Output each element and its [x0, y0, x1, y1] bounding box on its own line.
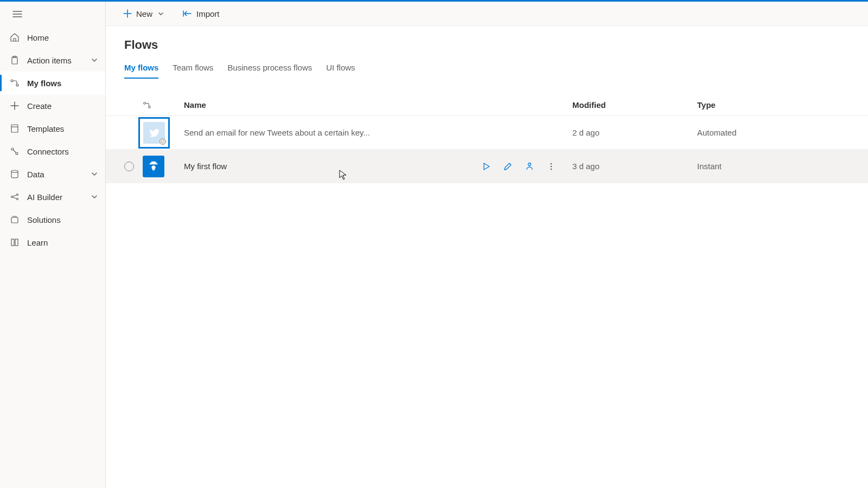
hamburger-icon [12, 9, 22, 19]
more-button[interactable] [545, 160, 557, 172]
col-type[interactable]: Type [697, 100, 868, 110]
plus-icon [10, 101, 20, 111]
row-icon-cell [138, 117, 182, 149]
sidebar-item-action-items[interactable]: Action items [0, 49, 105, 72]
svg-point-18 [551, 163, 552, 164]
col-modified[interactable]: Modified [572, 100, 697, 110]
hamburger-button[interactable] [10, 7, 25, 22]
row-icon-cell [138, 156, 182, 177]
sidebar-item-label: Solutions [27, 215, 61, 224]
table-row[interactable]: Send an email for new Tweets about a cer… [106, 116, 868, 150]
sidebar-item-create[interactable]: Create [0, 94, 105, 117]
svg-point-17 [528, 163, 531, 165]
instant-flow-icon [143, 156, 164, 177]
tab-my-flows[interactable]: My flows [124, 60, 158, 79]
flow-modified: 3 d ago [572, 162, 697, 171]
sidebar-item-label: Create [27, 101, 52, 111]
templates-icon [10, 124, 20, 133]
flow-type: Automated [697, 128, 868, 137]
sidebar-item-ai-builder[interactable]: AI Builder [0, 185, 105, 208]
sidebar-item-label: Home [27, 33, 49, 42]
svg-rect-13 [15, 239, 18, 246]
svg-rect-4 [11, 125, 18, 132]
data-icon [10, 169, 20, 179]
sidebar-item-my-flows[interactable]: My flows [0, 72, 105, 94]
new-button[interactable]: New [120, 4, 167, 23]
tab-team-flows[interactable]: Team flows [173, 60, 213, 79]
pencil-icon [503, 162, 512, 171]
chevron-down-icon [158, 11, 164, 17]
disabled-badge-icon [159, 138, 166, 145]
svg-point-20 [551, 168, 552, 170]
app-root: Home Action items My flows Create [0, 2, 868, 488]
tab-label: Team flows [173, 63, 213, 72]
svg-point-2 [11, 80, 13, 82]
more-vertical-icon [547, 162, 556, 171]
svg-point-19 [551, 165, 552, 167]
play-icon [482, 162, 490, 171]
home-icon [10, 33, 20, 42]
tab-label: Business process flows [227, 63, 312, 72]
share-icon [525, 162, 534, 171]
svg-point-9 [17, 194, 18, 196]
tab-ui-flows[interactable]: UI flows [326, 60, 355, 79]
learn-icon [10, 237, 20, 247]
tab-label: UI flows [326, 63, 355, 72]
row-select[interactable] [106, 162, 138, 171]
col-name[interactable]: Name [182, 100, 480, 110]
svg-point-14 [144, 102, 146, 104]
content: Flows My flows Team flows Business proce… [106, 26, 868, 183]
twitter-icon [143, 122, 165, 144]
import-label: Import [196, 9, 220, 18]
flows-grid: Name Modified Type [106, 94, 868, 183]
svg-point-15 [149, 106, 151, 108]
sidebar: Home Action items My flows Create [0, 2, 106, 488]
clipboard-icon [10, 55, 20, 65]
solutions-icon [10, 215, 20, 224]
page-title: Flows [124, 38, 868, 52]
flow-name[interactable]: Send an email for new Tweets about a cer… [182, 128, 480, 137]
hamburger-row [0, 2, 105, 26]
flow-thumbnail-selected[interactable] [138, 117, 170, 149]
sidebar-item-connectors[interactable]: Connectors [0, 140, 105, 163]
col-icon [138, 101, 182, 110]
tab-label: My flows [124, 63, 158, 72]
new-label: New [136, 9, 152, 18]
grid-header: Name Modified Type [106, 94, 868, 116]
radio-icon[interactable] [124, 162, 134, 171]
sidebar-item-learn[interactable]: Learn [0, 231, 105, 254]
flow-name[interactable]: My first flow [182, 162, 480, 171]
row-actions [480, 160, 572, 172]
import-icon [182, 9, 192, 18]
chevron-down-icon [91, 57, 98, 63]
import-button[interactable]: Import [179, 4, 223, 23]
svg-point-3 [16, 84, 18, 86]
chevron-down-icon [91, 194, 98, 200]
svg-point-8 [11, 196, 13, 198]
sidebar-item-solutions[interactable]: Solutions [0, 208, 105, 231]
table-row[interactable]: My first flow [106, 150, 868, 183]
svg-rect-11 [11, 217, 18, 223]
sidebar-item-label: Data [27, 170, 44, 179]
sidebar-item-label: Connectors [27, 147, 69, 156]
command-bar: New Import [106, 2, 868, 26]
share-button[interactable] [524, 160, 535, 172]
flow-modified: 2 d ago [572, 128, 697, 137]
run-button[interactable] [480, 160, 492, 172]
tab-business-process-flows[interactable]: Business process flows [227, 60, 312, 79]
edit-button[interactable] [502, 160, 514, 172]
svg-point-10 [17, 198, 18, 200]
svg-rect-12 [11, 239, 14, 246]
flow-type: Instant [697, 162, 868, 171]
flow-icon [10, 78, 20, 88]
main-region: New Import Flows My flows Team flows Bus… [106, 2, 868, 488]
sidebar-item-label: My flows [27, 79, 61, 88]
sidebar-item-home[interactable]: Home [0, 26, 105, 49]
svg-point-5 [11, 148, 14, 150]
svg-point-6 [16, 152, 18, 155]
flow-icon [143, 101, 151, 110]
sidebar-item-label: Templates [27, 124, 64, 133]
plus-icon [123, 9, 132, 18]
sidebar-item-templates[interactable]: Templates [0, 117, 105, 140]
sidebar-item-data[interactable]: Data [0, 163, 105, 185]
